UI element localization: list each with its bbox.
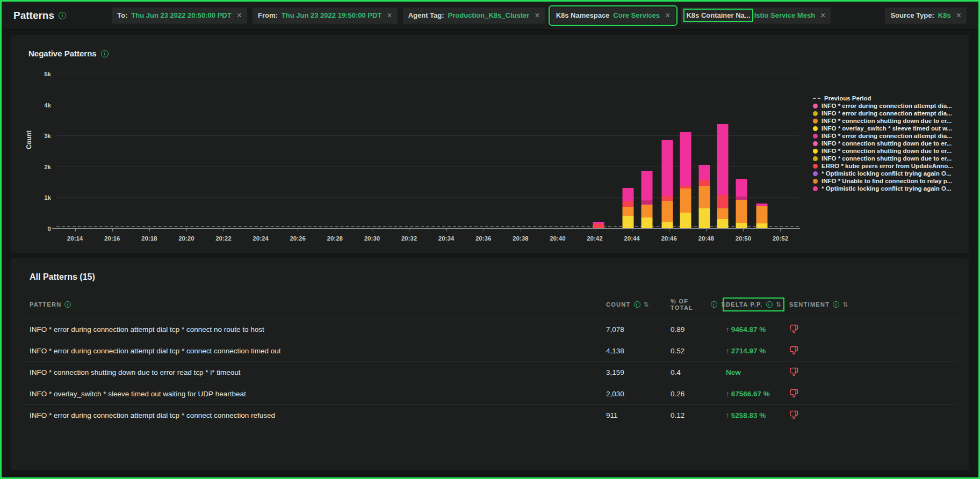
legend-item[interactable]: * Optimistic locking conflict trying aga…	[813, 170, 955, 177]
stacked-bar[interactable]	[698, 165, 710, 228]
pct-of-total-cell: 0.26	[671, 390, 726, 398]
x-tick-label: 20:26	[290, 235, 305, 242]
legend-label: ERRO * kube peers error from UpdateAnno.…	[822, 163, 953, 169]
table-title: All Patterns (15)	[30, 272, 958, 282]
legend-item[interactable]: INFO * connection shutting down due to e…	[813, 140, 955, 147]
stacked-bar[interactable]	[680, 132, 691, 228]
column-header-pattern[interactable]: PATTERN	[30, 301, 606, 308]
table-row[interactable]: INFO * overlay_switch * sleeve timed out…	[22, 383, 958, 405]
legend-item[interactable]: INFO * error during connection attempt d…	[813, 103, 955, 109]
x-tick-label: 20:24	[253, 235, 268, 242]
column-header-sentiment[interactable]: SENTIMENT ⇅	[789, 301, 950, 308]
x-tick-label: 20:22	[215, 235, 231, 242]
info-icon[interactable]	[101, 50, 109, 57]
column-header-pct-of-total[interactable]: % OF TOTAL ⇅	[671, 298, 726, 311]
x-tick-mark	[484, 229, 484, 231]
legend-label: INFO * error during connection attempt d…	[822, 133, 952, 139]
legend-label: * Optimistic locking conflict trying aga…	[822, 170, 952, 177]
stacked-bar[interactable]	[593, 222, 604, 228]
thumbs-down-icon[interactable]	[789, 324, 798, 333]
sort-icon[interactable]: ⇅	[720, 301, 726, 308]
close-icon[interactable]: ×	[956, 11, 961, 20]
filter-chip-k8s-namespace[interactable]: K8s Namespace Core Services ×	[551, 8, 676, 24]
legend-item[interactable]: INFO * connection shutting down due to e…	[813, 118, 955, 124]
legend-label: INFO * error during connection attempt d…	[822, 110, 952, 117]
info-icon[interactable]	[634, 301, 640, 308]
bar-segment	[623, 207, 634, 216]
sentiment-cell[interactable]	[789, 389, 950, 400]
sentiment-cell[interactable]	[789, 367, 950, 378]
chip-label: K8s Container Na...	[686, 11, 750, 19]
chart-plot: 01k2k3k4k5k20:1420:1620:1820:2020:2220:2…	[56, 74, 799, 229]
info-icon[interactable]	[833, 301, 839, 308]
chip-value: Thu Jun 23 2022 19:50:00 PDT	[282, 11, 381, 19]
legend-item[interactable]: INFO * error during connection attempt d…	[813, 133, 955, 139]
pct-of-total-cell: 0.4	[671, 368, 726, 376]
close-icon[interactable]: ×	[237, 11, 242, 20]
pattern-cell: INFO * error during connection attempt d…	[30, 347, 606, 355]
bar-segment	[756, 223, 767, 228]
filter-chip-from[interactable]: From: Thu Jun 23 2022 19:50:00 PDT ×	[253, 8, 398, 24]
thumbs-down-icon[interactable]	[789, 346, 798, 355]
bar-segment	[717, 124, 729, 195]
sort-icon[interactable]: ⇅	[644, 301, 649, 308]
close-icon[interactable]: ×	[535, 11, 539, 20]
close-icon[interactable]: ×	[387, 11, 392, 20]
legend-item[interactable]: INFO * connection shutting down due to e…	[813, 148, 955, 154]
bar-segment	[680, 188, 691, 212]
legend-item[interactable]: INFO * connection shutting down due to e…	[813, 155, 955, 162]
table-row[interactable]: INFO * error during connection attempt d…	[22, 319, 958, 340]
close-icon[interactable]: ×	[820, 11, 825, 20]
legend-label: INFO * error during connection attempt d…	[822, 103, 952, 109]
column-header-delta-pp[interactable]: DELTA P.P. ⇅	[726, 301, 789, 308]
legend-color-dot	[813, 156, 818, 161]
thumbs-down-icon[interactable]	[789, 410, 798, 419]
thumbs-down-icon[interactable]	[789, 367, 798, 376]
delta-cell: ↑2714.97 %	[726, 347, 789, 355]
legend-item[interactable]: Previous Period	[813, 95, 955, 101]
sentiment-cell[interactable]	[789, 346, 950, 357]
chip-label: Agent Tag:	[408, 11, 444, 19]
legend-color-dot	[813, 104, 818, 108]
close-icon[interactable]: ×	[665, 11, 670, 20]
stacked-bar[interactable]	[641, 171, 652, 228]
filter-chip-to[interactable]: To: Thu Jun 23 2022 20:50:00 PDT ×	[112, 8, 247, 24]
stacked-bar[interactable]	[756, 204, 767, 228]
bar-segment	[756, 206, 767, 223]
x-tick-label: 20:20	[178, 235, 194, 242]
legend-item[interactable]: INFO * overlay_switch * sleeve timed out…	[813, 125, 955, 132]
table-row[interactable]: INFO * error during connection attempt d…	[22, 405, 958, 426]
legend-label: INFO * overlay_switch * sleeve timed out…	[822, 125, 952, 132]
legend-item[interactable]: * Optimistic locking conflict trying aga…	[813, 185, 955, 192]
info-icon[interactable]	[711, 301, 717, 308]
chip-label: To:	[117, 11, 127, 19]
x-tick-mark	[521, 229, 521, 231]
x-tick-label: 20:38	[513, 235, 528, 242]
legend-color-dot	[813, 149, 818, 154]
info-icon[interactable]	[59, 12, 66, 19]
pct-of-total-cell: 0.52	[671, 347, 726, 355]
stacked-bar[interactable]	[736, 179, 747, 228]
stacked-bar[interactable]	[661, 140, 673, 228]
table-row[interactable]: INFO * connection shutting down due to e…	[22, 362, 958, 383]
sentiment-cell[interactable]	[789, 324, 950, 335]
column-header-count[interactable]: COUNT ⇅	[606, 301, 671, 308]
legend-item[interactable]: INFO * error during connection attempt d…	[813, 110, 955, 117]
info-icon[interactable]	[64, 301, 71, 308]
bar-segment	[717, 208, 729, 219]
sort-icon[interactable]: ⇅	[842, 301, 848, 308]
legend-item[interactable]: INFO * Unable to find connection to rela…	[813, 178, 955, 184]
table-row[interactable]: INFO * error during connection attempt d…	[22, 340, 958, 362]
legend-label: INFO * Unable to find connection to rela…	[822, 178, 952, 184]
filter-chip-k8s-container-name[interactable]: K8s Container Na... Istio Service Mesh ×	[681, 8, 831, 24]
legend-item[interactable]: ERRO * kube peers error from UpdateAnno.…	[813, 163, 955, 169]
stacked-bar[interactable]	[623, 188, 634, 228]
stacked-bar[interactable]	[717, 124, 729, 228]
thumbs-down-icon[interactable]	[789, 389, 798, 398]
sentiment-cell[interactable]	[789, 410, 950, 421]
sort-icon[interactable]: ⇅	[776, 301, 781, 308]
info-icon[interactable]	[766, 301, 773, 308]
filter-chip-source-type[interactable]: Source Type: K8s ×	[885, 8, 967, 24]
delta-cell: New	[726, 368, 789, 376]
filter-chip-agent-tag[interactable]: Agent Tag: Production_K8s_Cluster ×	[403, 8, 545, 24]
